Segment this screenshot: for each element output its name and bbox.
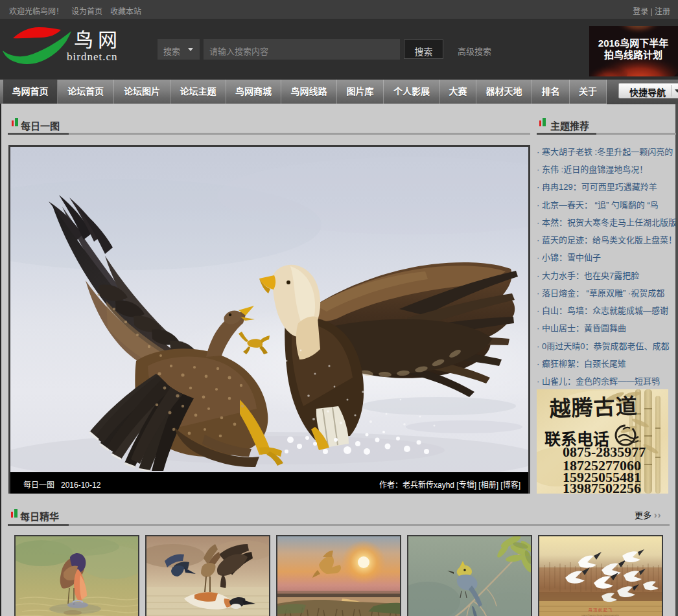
- svg-text:yancheng tirus japonensis: yancheng tirus japonensis: [581, 613, 619, 616]
- svg-text:2016鸟网下半年: 2016鸟网下半年: [598, 38, 668, 49]
- svg-text:越腾古道: 越腾古道: [549, 394, 638, 421]
- svg-text:丹 顶 鹤 起 飞: 丹 顶 鹤 起 飞: [589, 608, 613, 613]
- svg-text:13987502256: 13987502256: [563, 480, 641, 494]
- svg-text:拍鸟线路计划: 拍鸟线路计划: [604, 49, 662, 60]
